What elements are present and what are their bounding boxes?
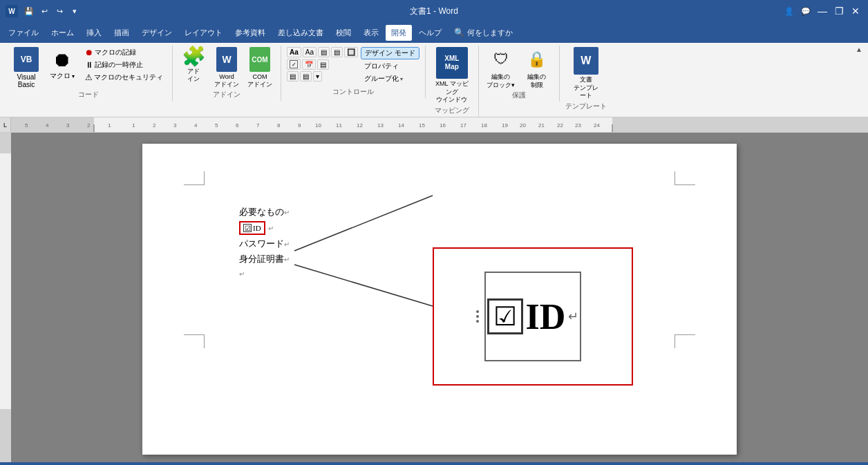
- menu-developer[interactable]: 開発: [386, 25, 412, 41]
- macro-record-button[interactable]: ⏺ マクロの記録: [82, 47, 167, 58]
- addin-group-label: アドイン: [213, 90, 240, 101]
- handle-dot-1: [476, 310, 479, 313]
- inline-checkbox-control[interactable]: ☑ ID: [239, 221, 265, 235]
- close-button[interactable]: ✕: [849, 4, 862, 18]
- menu-references[interactable]: 参考資料: [229, 25, 271, 41]
- text-control-aa2[interactable]: Aa: [303, 47, 317, 57]
- handle-dot-2: [476, 315, 479, 318]
- vba-button[interactable]: VB Visual Basic: [10, 46, 43, 90]
- design-mode-button[interactable]: デザイン モード: [361, 47, 419, 59]
- minimize-button[interactable]: —: [815, 4, 829, 18]
- comments-button[interactable]: 💬: [799, 4, 813, 18]
- ribbon-group-mapping: XMLMap XML マッピングウインドウ マッピング: [426, 46, 479, 117]
- menu-design[interactable]: デザイン: [136, 25, 178, 41]
- menu-review[interactable]: 校閲: [330, 25, 357, 41]
- misc-control2[interactable]: ▤: [287, 71, 299, 82]
- handle-dots: [476, 310, 479, 323]
- svg-text:24: 24: [594, 122, 600, 129]
- com-addin-button[interactable]: COM COMアドイン: [245, 46, 275, 90]
- menu-mailings[interactable]: 差し込み文書: [272, 25, 329, 41]
- controls-row2: 📅 ▤: [287, 59, 358, 70]
- redo-button[interactable]: ↪: [53, 4, 66, 18]
- small-checkbox: ☑: [243, 224, 252, 232]
- list-control2[interactable]: ▤: [331, 47, 343, 57]
- text-password: パスワード: [239, 238, 284, 249]
- combo-control[interactable]: 🔲: [344, 47, 358, 57]
- mapping-group-label: マッピング: [435, 106, 469, 117]
- menu-insert[interactable]: 挿入: [81, 25, 107, 41]
- xml-mapping-button[interactable]: XMLMap XML マッピングウインドウ: [431, 46, 473, 106]
- svg-text:15: 15: [419, 122, 425, 129]
- menu-draw[interactable]: 描画: [108, 25, 135, 41]
- large-return-mark: ↵: [568, 309, 578, 324]
- protection-group-content: 🛡 編集のブロック▾ 🔒 編集の制限: [484, 46, 554, 91]
- word-addin-label: Wordアドイン: [214, 73, 239, 88]
- menu-view[interactable]: 表示: [358, 25, 384, 41]
- checkbox-control[interactable]: [287, 59, 301, 70]
- controls-right: デザイン モード プロパティ グループ化 ▾: [361, 47, 419, 84]
- vba-icon: VB: [14, 47, 39, 72]
- svg-rect-2: [612, 117, 868, 133]
- ribbon-collapse-button[interactable]: ▲: [856, 46, 862, 53]
- macro-pause-button[interactable]: ⏸ 記録の一時停止: [82, 59, 167, 70]
- svg-text:1: 1: [132, 122, 135, 129]
- code-small-buttons: ⏺ マクロの記録 ⏸ 記録の一時停止 ⚠ マクロのセキュリティ: [82, 46, 167, 83]
- svg-text:12: 12: [357, 122, 363, 129]
- edit-protect-button[interactable]: 🔒 編集の制限: [520, 46, 554, 91]
- controls-row3: ▤ ▤ ▾: [287, 71, 358, 82]
- window-controls: 👤 💬 — ❐ ✕: [782, 4, 862, 18]
- svg-text:11: 11: [336, 122, 342, 129]
- profile-button[interactable]: 👤: [782, 4, 796, 18]
- svg-text:19: 19: [502, 122, 508, 129]
- datepicker-control[interactable]: 📅: [302, 59, 316, 70]
- undo-button[interactable]: ↩: [37, 4, 51, 18]
- word-template-label: 文書テンプレート: [571, 76, 601, 100]
- ribbon-group-protection: 🛡 編集のブロック▾ 🔒 編集の制限 保護: [479, 46, 560, 102]
- line-required: 必要なもの↵: [239, 206, 695, 218]
- menu-home[interactable]: ホーム: [46, 25, 79, 41]
- addin-label: アドイン: [187, 68, 200, 83]
- misc-control1[interactable]: ▤: [317, 59, 329, 70]
- svg-text:6: 6: [236, 122, 239, 129]
- left-ruler: −4: [0, 133, 11, 462]
- restore-button[interactable]: ❐: [832, 4, 846, 18]
- menu-help[interactable]: ヘルプ: [413, 25, 447, 41]
- edit-protect-label: 編集の制限: [527, 73, 546, 89]
- text-control-aa1[interactable]: Aa: [287, 47, 301, 57]
- window-title: 文書1 - Word: [410, 6, 458, 17]
- misc-control3[interactable]: ▤: [300, 71, 312, 82]
- page-markers: [184, 171, 695, 185]
- svg-text:14: 14: [398, 122, 404, 129]
- edit-block-label: 編集のブロック▾: [487, 73, 515, 89]
- doc-scroll-area[interactable]: 必要なもの↵ ☑ ID ↵ パスワード↵ 身分証明書↵: [11, 133, 868, 462]
- menu-layout[interactable]: レイアウト: [179, 25, 228, 41]
- list-control1[interactable]: ▤: [318, 47, 330, 57]
- properties-button[interactable]: プロパティ: [361, 61, 419, 72]
- addin-button[interactable]: 🧩 アドイン: [178, 46, 209, 84]
- svg-text:9: 9: [298, 122, 301, 129]
- save-button[interactable]: 💾: [22, 4, 36, 18]
- large-checkbox-icon: ☑: [487, 298, 523, 334]
- word-template-button[interactable]: W 文書テンプレート: [569, 46, 603, 102]
- macro-button[interactable]: ⏺ マクロ ▾: [46, 46, 79, 86]
- ruler: L 5 4 3 2 1 1 2 3 4 5 6 7 8 9 10: [0, 117, 868, 133]
- svg-text:23: 23: [575, 122, 581, 129]
- macro-security-button[interactable]: ⚠ マクロのセキュリティ: [82, 72, 167, 83]
- com-addin-label: COMアドイン: [247, 73, 272, 88]
- ribbon-group-template: W 文書テンプレート テンプレート: [560, 46, 612, 113]
- menu-file[interactable]: ファイル: [3, 25, 44, 41]
- return-5: ↵: [239, 270, 245, 278]
- edit-block-button[interactable]: 🛡 編集のブロック▾: [484, 46, 518, 91]
- svg-rect-35: [0, 133, 11, 153]
- group-button[interactable]: グループ化 ▾: [361, 73, 419, 84]
- misc-control4[interactable]: ▾: [313, 71, 322, 82]
- xml-mapping-label: XML マッピングウインドウ: [433, 80, 471, 104]
- menu-search[interactable]: 🔍何をしますか: [449, 25, 518, 41]
- svg-text:3: 3: [66, 122, 70, 129]
- template-group-label: テンプレート: [565, 102, 607, 113]
- template-group-content: W 文書テンプレート: [569, 46, 603, 102]
- word-addin-button[interactable]: W Wordアドイン: [211, 46, 242, 90]
- svg-text:2: 2: [153, 122, 156, 129]
- svg-text:1: 1: [108, 122, 111, 129]
- customize-button[interactable]: ▾: [68, 4, 82, 18]
